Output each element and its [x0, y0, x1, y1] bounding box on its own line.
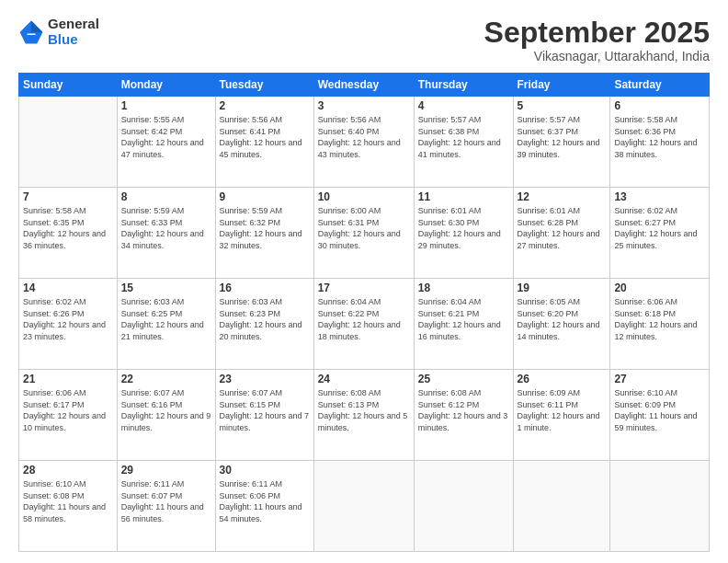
table-cell: 26 Sunrise: 6:09 AM Sunset: 6:11 PM Dayl… [513, 370, 610, 461]
day-number: 21 [23, 373, 113, 385]
svg-rect-2 [27, 33, 35, 35]
day-info: Sunrise: 6:02 AM Sunset: 6:27 PM Dayligh… [614, 205, 705, 251]
day-info: Sunrise: 5:56 AM Sunset: 6:40 PM Dayligh… [318, 114, 410, 160]
logo: General Blue [18, 17, 99, 47]
svg-marker-1 [31, 20, 42, 31]
day-info: Sunrise: 6:03 AM Sunset: 6:25 PM Dayligh… [121, 296, 211, 342]
col-sunday: Sunday [19, 74, 118, 97]
title-block: September 2025 Vikasnagar, Uttarakhand, … [484, 17, 710, 63]
table-cell: 15 Sunrise: 6:03 AM Sunset: 6:25 PM Dayl… [117, 279, 215, 370]
table-cell: 28 Sunrise: 6:10 AM Sunset: 6:08 PM Dayl… [19, 461, 118, 552]
day-info: Sunrise: 5:59 AM Sunset: 6:33 PM Dayligh… [121, 205, 211, 251]
day-info: Sunrise: 6:01 AM Sunset: 6:28 PM Dayligh… [518, 205, 607, 251]
day-info: Sunrise: 6:09 AM Sunset: 6:11 PM Dayligh… [518, 387, 607, 433]
table-cell: 20 Sunrise: 6:06 AM Sunset: 6:18 PM Dayl… [610, 279, 710, 370]
day-info: Sunrise: 6:11 AM Sunset: 6:06 PM Dayligh… [220, 478, 310, 524]
day-info: Sunrise: 5:59 AM Sunset: 6:32 PM Dayligh… [220, 205, 310, 251]
day-number: 6 [614, 99, 705, 112]
table-cell: 2 Sunrise: 5:56 AM Sunset: 6:41 PM Dayli… [215, 97, 313, 188]
table-cell: 21 Sunrise: 6:06 AM Sunset: 6:17 PM Dayl… [19, 370, 118, 461]
day-info: Sunrise: 6:04 AM Sunset: 6:21 PM Dayligh… [418, 296, 509, 342]
day-number: 19 [518, 282, 607, 294]
day-info: Sunrise: 5:56 AM Sunset: 6:41 PM Dayligh… [220, 114, 310, 160]
table-cell: 4 Sunrise: 5:57 AM Sunset: 6:38 PM Dayli… [414, 97, 513, 188]
day-info: Sunrise: 6:10 AM Sunset: 6:09 PM Dayligh… [614, 387, 705, 433]
day-info: Sunrise: 6:07 AM Sunset: 6:15 PM Dayligh… [220, 387, 310, 433]
table-cell [610, 461, 710, 552]
day-number: 16 [220, 282, 310, 294]
table-cell [313, 461, 414, 552]
logo-icon [18, 19, 44, 45]
day-info: Sunrise: 6:06 AM Sunset: 6:17 PM Dayligh… [23, 387, 113, 433]
table-cell: 18 Sunrise: 6:04 AM Sunset: 6:21 PM Dayl… [414, 279, 513, 370]
day-number: 25 [418, 373, 509, 385]
logo-text: General Blue [48, 17, 99, 47]
header: General Blue September 2025 Vikasnagar, … [18, 17, 710, 63]
day-number: 1 [121, 99, 211, 112]
day-info: Sunrise: 6:03 AM Sunset: 6:23 PM Dayligh… [220, 296, 310, 342]
day-info: Sunrise: 6:02 AM Sunset: 6:26 PM Dayligh… [23, 296, 113, 342]
day-number: 22 [121, 373, 211, 385]
day-number: 26 [518, 373, 607, 385]
logo-blue-text: Blue [48, 32, 99, 48]
day-number: 10 [318, 190, 410, 203]
day-number: 13 [614, 190, 705, 203]
location-subtitle: Vikasnagar, Uttarakhand, India [484, 49, 710, 63]
day-number: 8 [121, 190, 211, 203]
col-saturday: Saturday [610, 74, 710, 97]
page: General Blue September 2025 Vikasnagar, … [0, 0, 728, 563]
day-number: 5 [518, 99, 607, 112]
day-number: 14 [23, 282, 113, 294]
table-cell: 22 Sunrise: 6:07 AM Sunset: 6:16 PM Dayl… [117, 370, 215, 461]
table-cell [414, 461, 513, 552]
day-number: 23 [220, 373, 310, 385]
day-number: 9 [220, 190, 310, 203]
day-info: Sunrise: 6:08 AM Sunset: 6:12 PM Dayligh… [418, 387, 509, 433]
day-info: Sunrise: 5:58 AM Sunset: 6:35 PM Dayligh… [23, 205, 113, 251]
day-number: 2 [220, 99, 310, 112]
day-number: 15 [121, 282, 211, 294]
day-info: Sunrise: 6:00 AM Sunset: 6:31 PM Dayligh… [318, 205, 410, 251]
day-number: 30 [220, 464, 310, 477]
table-cell: 5 Sunrise: 5:57 AM Sunset: 6:37 PM Dayli… [513, 97, 610, 188]
table-cell: 27 Sunrise: 6:10 AM Sunset: 6:09 PM Dayl… [610, 370, 710, 461]
day-info: Sunrise: 6:01 AM Sunset: 6:30 PM Dayligh… [418, 205, 509, 251]
day-number: 28 [23, 464, 113, 477]
table-cell: 23 Sunrise: 6:07 AM Sunset: 6:15 PM Dayl… [215, 370, 313, 461]
day-info: Sunrise: 6:04 AM Sunset: 6:22 PM Dayligh… [318, 296, 410, 342]
col-thursday: Thursday [414, 74, 513, 97]
day-number: 4 [418, 99, 509, 112]
table-cell: 30 Sunrise: 6:11 AM Sunset: 6:06 PM Dayl… [215, 461, 313, 552]
calendar-header-row: Sunday Monday Tuesday Wednesday Thursday… [19, 74, 710, 97]
day-info: Sunrise: 6:11 AM Sunset: 6:07 PM Dayligh… [121, 478, 211, 524]
table-cell: 9 Sunrise: 5:59 AM Sunset: 6:32 PM Dayli… [215, 188, 313, 279]
day-info: Sunrise: 5:55 AM Sunset: 6:42 PM Dayligh… [121, 114, 211, 160]
day-info: Sunrise: 5:57 AM Sunset: 6:37 PM Dayligh… [518, 114, 607, 160]
day-number: 20 [614, 282, 705, 294]
table-cell: 19 Sunrise: 6:05 AM Sunset: 6:20 PM Dayl… [513, 279, 610, 370]
day-info: Sunrise: 6:05 AM Sunset: 6:20 PM Dayligh… [518, 296, 607, 342]
table-cell: 24 Sunrise: 6:08 AM Sunset: 6:13 PM Dayl… [313, 370, 414, 461]
day-number: 27 [614, 373, 705, 385]
table-cell: 29 Sunrise: 6:11 AM Sunset: 6:07 PM Dayl… [117, 461, 215, 552]
table-cell: 10 Sunrise: 6:00 AM Sunset: 6:31 PM Dayl… [313, 188, 414, 279]
day-info: Sunrise: 6:08 AM Sunset: 6:13 PM Dayligh… [318, 387, 410, 433]
table-cell [19, 97, 118, 188]
day-info: Sunrise: 5:57 AM Sunset: 6:38 PM Dayligh… [418, 114, 509, 160]
table-cell [513, 461, 610, 552]
table-cell: 6 Sunrise: 5:58 AM Sunset: 6:36 PM Dayli… [610, 97, 710, 188]
day-info: Sunrise: 6:06 AM Sunset: 6:18 PM Dayligh… [614, 296, 705, 342]
logo-general-text: General [48, 17, 99, 32]
table-cell: 14 Sunrise: 6:02 AM Sunset: 6:26 PM Dayl… [19, 279, 118, 370]
day-number: 7 [23, 190, 113, 203]
col-tuesday: Tuesday [215, 74, 313, 97]
table-cell: 13 Sunrise: 6:02 AM Sunset: 6:27 PM Dayl… [610, 188, 710, 279]
table-cell: 8 Sunrise: 5:59 AM Sunset: 6:33 PM Dayli… [117, 188, 215, 279]
day-number: 3 [318, 99, 410, 112]
col-monday: Monday [117, 74, 215, 97]
day-info: Sunrise: 6:10 AM Sunset: 6:08 PM Dayligh… [23, 478, 113, 524]
table-cell: 16 Sunrise: 6:03 AM Sunset: 6:23 PM Dayl… [215, 279, 313, 370]
day-number: 17 [318, 282, 410, 294]
table-cell: 17 Sunrise: 6:04 AM Sunset: 6:22 PM Dayl… [313, 279, 414, 370]
day-number: 29 [121, 464, 211, 477]
